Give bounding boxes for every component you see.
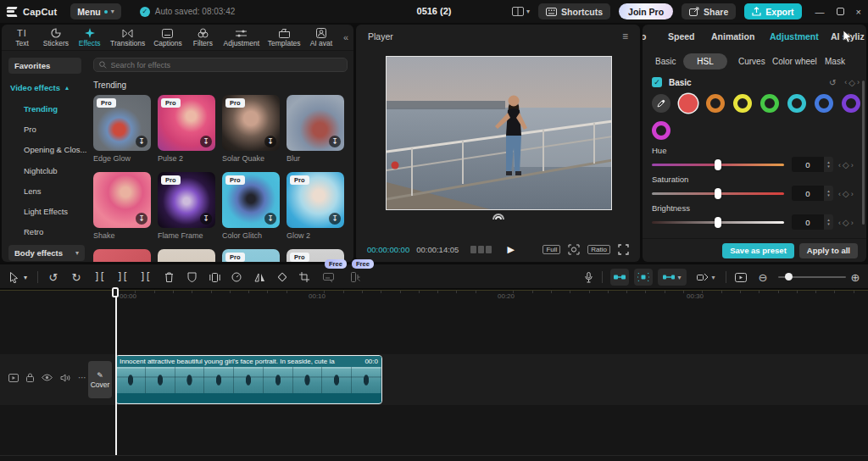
link-clips-toggle[interactable] (634, 269, 653, 286)
download-icon[interactable]: ↧ (136, 213, 147, 225)
select-tool-button[interactable] (7, 264, 20, 290)
keyframe-control[interactable]: ‹◇› (844, 78, 860, 87)
extract-clip-button[interactable]: Free (347, 264, 364, 290)
player-menu-icon[interactable]: ≡ (622, 31, 628, 42)
crop-button[interactable] (297, 264, 312, 290)
rail-tab-adjustment[interactable]: Adjustment (225, 27, 258, 47)
redo-button[interactable]: ↻ (69, 264, 84, 290)
render-quality-gauge-icon[interactable] (492, 213, 505, 220)
effect-card[interactable]: Pro (222, 249, 280, 262)
timeline-zoom-slider[interactable] (778, 276, 846, 278)
menu-button[interactable]: Menu ▾ (70, 3, 120, 19)
keyframe-control[interactable]: ‹◇› (838, 189, 854, 198)
download-icon[interactable]: ↧ (264, 213, 276, 225)
effect-card-flame-frame[interactable]: Pro ↧ Flame Frame (158, 172, 215, 240)
apply-to-all-button[interactable]: Apply to all (799, 243, 858, 258)
full-preview-button[interactable]: Full (542, 245, 560, 254)
zoom-out-button[interactable]: ⊖ (755, 264, 771, 290)
category-opening-closing[interactable]: Opening & Clos... (24, 145, 86, 154)
rail-tab-ai-avatars[interactable]: AI avat (310, 27, 332, 47)
stepper-control[interactable]: ▴▾ (824, 157, 833, 172)
effect-thumbnail[interactable]: Pro ↧ (222, 95, 280, 151)
saturation-value[interactable]: 0 (792, 186, 824, 201)
rail-tab-filters[interactable]: Filters (192, 27, 214, 47)
fit-zoom-button[interactable] (568, 244, 580, 255)
rail-tab-captions[interactable]: Captions (155, 27, 181, 47)
layout-switcher-button[interactable]: ▾ (512, 7, 530, 16)
subtab-mask[interactable]: Mask (817, 53, 853, 69)
playhead-line[interactable] (115, 290, 117, 455)
effects-search[interactable] (93, 58, 348, 72)
video-preview[interactable] (386, 56, 612, 210)
category-video-effects[interactable]: Video effects ▴ (10, 83, 69, 92)
effects-search-input[interactable] (111, 61, 342, 69)
video-clip[interactable]: Innocent attractive beautiful young girl… (115, 355, 382, 404)
tab-adjustment[interactable]: Adjustment (770, 31, 819, 42)
download-icon[interactable]: ↧ (200, 213, 212, 225)
rail-tab-effects[interactable]: Effects (79, 27, 101, 47)
eyedropper-button[interactable] (652, 94, 670, 113)
hue-slider[interactable] (652, 164, 784, 166)
category-lens[interactable]: Lens (24, 186, 42, 196)
effect-thumbnail[interactable] (93, 249, 151, 262)
swatch-yellow[interactable] (733, 94, 752, 113)
playhead-handle[interactable] (112, 287, 119, 297)
track-thumbnail-icon[interactable] (8, 374, 19, 382)
shortcuts-button[interactable]: Shortcuts (538, 3, 610, 19)
hue-value[interactable]: 0 (792, 157, 824, 172)
keyframe-control[interactable]: ‹◇› (838, 218, 854, 227)
swatch-red[interactable] (679, 94, 698, 113)
effect-thumbnail[interactable]: ↧ (93, 172, 151, 228)
play-button[interactable]: ▶ (507, 244, 514, 255)
save-as-preset-button[interactable]: Save as preset (722, 243, 794, 258)
mirror-button[interactable] (252, 264, 267, 290)
preview-mode-button[interactable] (732, 264, 749, 290)
download-icon[interactable]: ↧ (136, 136, 147, 147)
minimize-button[interactable]: — (815, 7, 825, 17)
stepper-control[interactable]: ▴▾ (824, 186, 833, 201)
edit-cover-button[interactable]: ✎ Cover (88, 361, 112, 398)
effect-thumbnail[interactable]: ↧ (287, 95, 344, 151)
collapse-panel-button[interactable]: « (343, 32, 353, 42)
category-light-effects[interactable]: Light Effects (24, 207, 68, 216)
slider-thumb[interactable] (715, 188, 721, 199)
category-trending[interactable]: Trending (24, 104, 58, 114)
category-favorites[interactable]: Favorites (8, 58, 81, 74)
join-pro-button[interactable]: Join Pro (619, 3, 673, 19)
swatch-purple[interactable] (842, 94, 860, 113)
download-icon[interactable]: ↧ (200, 136, 212, 147)
effect-card-edge-glow[interactable]: Pro ↧ Edge Glow (93, 95, 151, 163)
rail-tab-text[interactable]: TI Text (11, 27, 33, 47)
zoom-slider-thumb[interactable] (785, 273, 793, 280)
delete-right-button[interactable]: ][ (137, 264, 153, 290)
ratio-button[interactable]: Ratio (587, 245, 610, 254)
record-voiceover-button[interactable] (581, 264, 595, 290)
chevron-down-icon[interactable]: ▾ (21, 264, 30, 290)
share-button[interactable]: Share (682, 3, 736, 19)
auto-captions-button[interactable]: Free (320, 264, 337, 290)
slider-thumb[interactable] (715, 217, 721, 228)
rail-tab-transitions[interactable]: Transitions (112, 27, 144, 47)
mute-track-icon[interactable] (60, 374, 70, 382)
split-button[interactable]: ][ (92, 264, 107, 290)
rotate-button[interactable] (275, 264, 290, 290)
delete-button[interactable] (161, 264, 176, 290)
swatch-orange[interactable] (706, 94, 725, 113)
timeline-ruler[interactable]: 00:0000:1000:2000:30 (0, 290, 868, 301)
rail-tab-stickers[interactable]: Stickers (44, 27, 68, 47)
effect-card-solar-quake[interactable]: Pro ↧ Solar Quake (222, 95, 280, 163)
keyframe-control[interactable]: ‹◇› (838, 160, 854, 169)
reset-icon[interactable]: ↺ (829, 78, 836, 87)
more-options-icon[interactable]: ⋯ (78, 373, 87, 382)
subtab-color-wheel[interactable]: Color wheel (765, 53, 825, 69)
hide-track-icon[interactable] (42, 374, 53, 381)
effect-thumbnail[interactable]: Pro ↧ (158, 172, 215, 228)
export-button[interactable]: Export (744, 3, 801, 19)
download-icon[interactable]: ↧ (329, 213, 341, 225)
slider-thumb[interactable] (715, 159, 721, 170)
maximize-button[interactable] (837, 8, 844, 15)
category-pro[interactable]: Pro (24, 125, 36, 134)
swatch-teal[interactable] (787, 94, 806, 113)
effect-card-blur[interactable]: ↧ Blur (287, 95, 344, 163)
undo-button[interactable]: ↺ (46, 264, 61, 290)
